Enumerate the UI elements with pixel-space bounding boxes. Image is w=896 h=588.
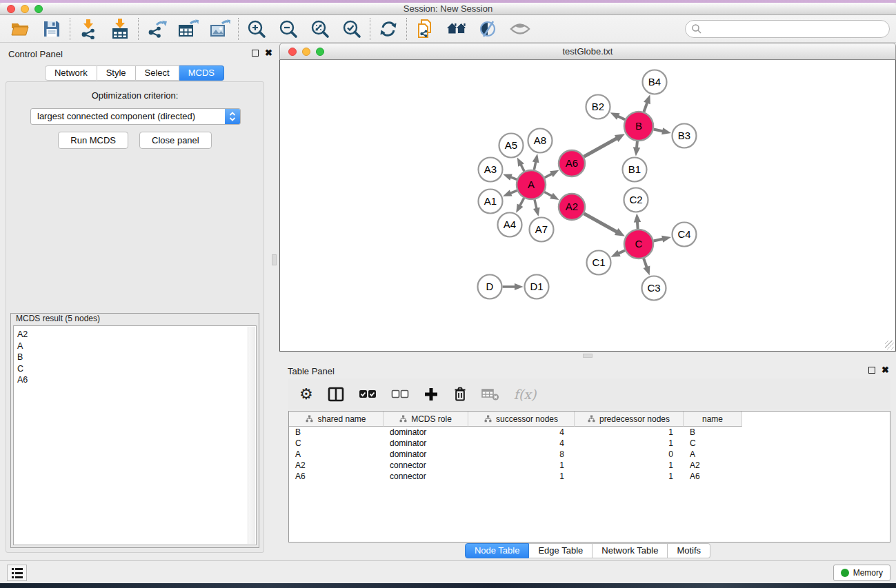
close-panel-button[interactable]: Close panel <box>139 132 212 149</box>
first-neighbors-icon[interactable] <box>446 19 467 39</box>
open-file-icon[interactable] <box>10 19 30 39</box>
edge-C-C4[interactable] <box>654 239 664 241</box>
cell-shared-name[interactable]: A6 <box>289 471 384 482</box>
float-panel-icon[interactable] <box>252 50 259 57</box>
zoom-fit-icon[interactable] <box>310 19 330 39</box>
new-network-from-selection-icon[interactable] <box>415 19 435 39</box>
edge-A6-B[interactable] <box>584 138 617 156</box>
edge-B-B1[interactable] <box>637 141 637 148</box>
cell-successor-nodes[interactable]: 8 <box>468 449 575 460</box>
mcds-result-item[interactable]: A <box>17 341 256 352</box>
edge-A-A2[interactable] <box>544 192 552 196</box>
edge-A2-C[interactable] <box>584 214 617 232</box>
cell-mcds-role[interactable]: connector <box>384 471 468 482</box>
edge-C-C1[interactable] <box>618 250 625 254</box>
tab-mcds[interactable]: MCDS <box>179 65 224 81</box>
edge-B-B4[interactable] <box>644 102 647 112</box>
table-row[interactable]: Bdominator41B <box>289 427 890 438</box>
edge-A-A1[interactable] <box>510 190 517 193</box>
tab-network[interactable]: Network <box>45 65 97 81</box>
cell-shared-name[interactable]: C <box>289 438 384 449</box>
horizontal-splitter-handle[interactable] <box>583 354 593 358</box>
table-row[interactable]: A2connector11A2 <box>289 460 890 471</box>
cell-predecessor-nodes[interactable]: 1 <box>575 438 684 449</box>
add-row-icon[interactable] <box>424 387 439 402</box>
cell-predecessor-nodes[interactable]: 1 <box>575 471 684 482</box>
search-field[interactable] <box>685 20 890 38</box>
edge-B-B2[interactable] <box>617 116 625 119</box>
column-header-successor-nodes[interactable]: successor nodes <box>468 412 575 427</box>
cell-successor-nodes[interactable]: 1 <box>468 471 575 482</box>
edge-A-A5[interactable] <box>521 164 524 171</box>
mcds-result-item[interactable]: A6 <box>17 374 256 386</box>
function-builder-icon[interactable]: f(x) <box>514 387 537 402</box>
tab-style[interactable]: Style <box>97 65 136 81</box>
minimize-window-button[interactable] <box>21 5 29 13</box>
mcds-result-item[interactable]: C <box>17 363 256 375</box>
mcds-list-scrollbar[interactable] <box>248 327 255 544</box>
column-header-mcds-role[interactable]: MCDS role <box>384 412 468 427</box>
refresh-icon[interactable] <box>378 19 399 39</box>
cell-mcds-role[interactable]: dominator <box>384 449 468 460</box>
delete-row-icon[interactable] <box>453 386 467 402</box>
deselect-all-icon[interactable] <box>391 389 409 399</box>
cell-mcds-role[interactable]: dominator <box>384 438 468 449</box>
edge-C-C3[interactable] <box>644 258 647 268</box>
table-row[interactable]: A6connector11A6 <box>289 471 890 482</box>
table-row[interactable]: Adominator80A <box>289 449 890 460</box>
export-image-icon[interactable] <box>210 19 230 39</box>
node-table[interactable]: shared nameMCDS rolesuccessor nodesprede… <box>288 411 890 543</box>
edge-A-A4[interactable] <box>519 198 524 206</box>
run-mcds-button[interactable]: Run MCDS <box>58 132 128 149</box>
import-table-icon[interactable] <box>110 19 130 39</box>
mcds-result-list[interactable]: A2ABCA6 <box>13 325 257 545</box>
cell-name[interactable]: A6 <box>684 471 742 482</box>
resize-grip-icon[interactable] <box>885 341 894 349</box>
column-header-predecessor-nodes[interactable]: predecessor nodes <box>575 412 684 427</box>
mcds-result-item[interactable]: A2 <box>17 329 256 341</box>
tab-motifs[interactable]: Motifs <box>668 543 710 558</box>
tab-select[interactable]: Select <box>136 65 179 81</box>
cell-name[interactable]: A <box>684 449 742 460</box>
cell-name[interactable]: A2 <box>684 460 742 471</box>
zoom-out-icon[interactable] <box>278 19 299 39</box>
cell-predecessor-nodes[interactable]: 1 <box>575 427 684 438</box>
save-session-icon[interactable] <box>41 19 62 39</box>
delete-table-icon[interactable] <box>481 387 499 401</box>
memory-button[interactable]: Memory <box>833 565 890 581</box>
tab-edge-table[interactable]: Edge Table <box>529 543 593 558</box>
export-table-icon[interactable] <box>178 19 199 39</box>
cell-successor-nodes[interactable]: 4 <box>468 427 575 438</box>
network-zoom-button[interactable] <box>316 48 324 56</box>
edge-A-A7[interactable] <box>535 199 537 209</box>
table-settings-icon[interactable]: ⚙ <box>299 387 313 402</box>
network-minimize-button[interactable] <box>302 48 310 56</box>
zoom-window-button[interactable] <box>34 5 43 13</box>
network-window-titlebar[interactable]: testGlobe.txt <box>279 43 896 60</box>
cell-name[interactable]: C <box>684 438 742 449</box>
zoom-in-icon[interactable] <box>246 19 267 39</box>
network-close-button[interactable] <box>288 48 297 56</box>
hide-graphics-details-icon[interactable] <box>478 19 499 39</box>
cell-mcds-role[interactable]: dominator <box>384 427 468 438</box>
cell-name[interactable]: B <box>684 427 742 438</box>
cell-shared-name[interactable]: B <box>289 427 384 438</box>
cell-successor-nodes[interactable]: 1 <box>468 460 575 471</box>
cell-shared-name[interactable]: A2 <box>289 460 384 471</box>
edge-A-A6[interactable] <box>544 174 552 178</box>
float-table-panel-icon[interactable] <box>868 367 875 374</box>
close-window-button[interactable] <box>7 5 15 13</box>
column-header-name[interactable]: name <box>684 412 742 427</box>
select-all-icon[interactable] <box>359 389 377 399</box>
cell-shared-name[interactable]: A <box>289 449 384 460</box>
vertical-splitter-handle[interactable] <box>272 254 277 265</box>
export-network-icon[interactable] <box>146 19 167 39</box>
search-input[interactable] <box>702 22 889 36</box>
import-network-icon[interactable] <box>78 19 99 39</box>
show-graphics-details-icon[interactable] <box>510 19 530 39</box>
edge-A-A3[interactable] <box>510 177 517 180</box>
cell-mcds-role[interactable]: connector <box>384 460 468 471</box>
cell-predecessor-nodes[interactable]: 1 <box>575 460 684 471</box>
column-header-shared-name[interactable]: shared name <box>289 412 384 427</box>
mcds-result-item[interactable]: B <box>17 352 256 363</box>
